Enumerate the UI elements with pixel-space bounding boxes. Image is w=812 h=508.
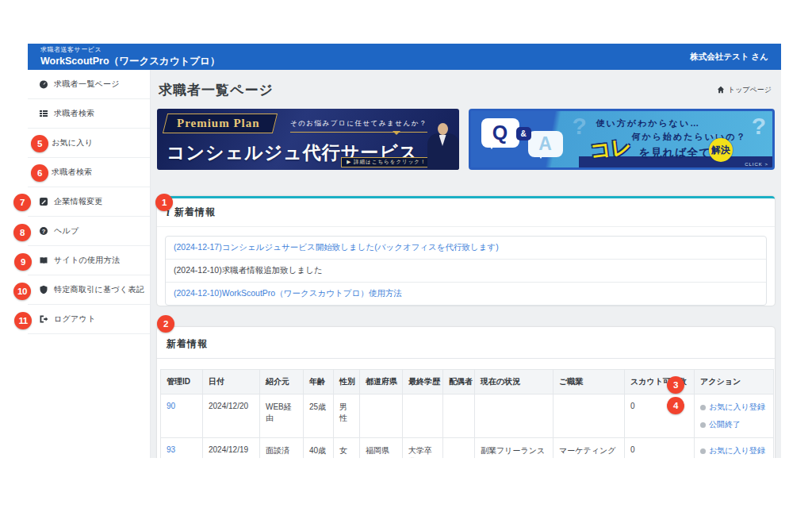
consultant-photo	[427, 121, 459, 170]
cell-age: 25歳	[304, 394, 334, 438]
annotation-badge-3: 3	[667, 376, 684, 394]
edit-icon	[39, 197, 48, 206]
bullet-icon	[700, 448, 706, 454]
cell-age: 40歳	[304, 438, 334, 459]
logout-icon	[39, 314, 48, 324]
close-publication-link[interactable]: 公開終了	[700, 419, 768, 430]
amp-bubble: &	[516, 127, 531, 140]
premium-plan-badge: Premium Plan	[163, 114, 278, 133]
col-header: 都道府県	[360, 370, 403, 394]
a-bubble: A	[528, 131, 563, 157]
annotation-badge-1: 1	[155, 194, 173, 211]
cell-date: 2024/12/19	[203, 438, 260, 459]
cell-source: WEB経由	[260, 394, 304, 438]
question-mark-decoration: ?	[573, 113, 587, 140]
qa-highlight-text: コレ	[588, 133, 634, 165]
app-title: WorkScoutPro（ワークスカウトプロ）	[40, 55, 220, 68]
col-header: 配偶者	[443, 370, 475, 394]
qa-click-label: CLICK >	[745, 162, 768, 167]
cell-source: 面談済	[260, 438, 304, 459]
cell-job: マーケティング	[553, 438, 625, 459]
svg-text:?: ?	[42, 228, 46, 235]
sidebar-item-jobseeker-list[interactable]: 求職者一覧ページ	[28, 70, 150, 99]
qa-solve-badge: 解決	[709, 138, 733, 162]
cell-prefecture: 福岡県	[360, 438, 403, 459]
main-content: 求職者一覧ページ トップページ Premium Plan そのお悩みプロに任せて…	[151, 70, 781, 458]
sidebar-item-help[interactable]: ? ヘルプ	[28, 217, 150, 246]
annotation-badge-6: 6	[31, 164, 48, 182]
sidebar-item-site-usage[interactable]: サイトの使用方法	[28, 246, 150, 275]
sidebar-item-jobseeker-search[interactable]: 求職者検索	[28, 99, 150, 129]
sidebar-item-label: 求職者一覧ページ	[54, 79, 120, 90]
col-header: 最終学歴	[403, 370, 443, 394]
jobseeker-table-card: 新着情報 管理ID 日付 紹介元 年齢 性別	[157, 327, 775, 458]
news-card-title: 新着情報	[174, 206, 216, 219]
col-header: ご職業	[553, 370, 625, 394]
dashboard-icon	[39, 79, 48, 89]
cell-education: 大学卒業	[403, 438, 443, 459]
question-icon: ?	[39, 226, 48, 236]
col-header: アクション	[695, 370, 774, 394]
cell-prefecture	[360, 394, 403, 438]
brand: 求職者送客サービス WorkScoutPro（ワークスカウトプロ）	[40, 45, 220, 68]
cell-scout-count: 0	[625, 438, 695, 459]
table-card-title: 新着情報	[167, 338, 208, 349]
home-icon	[717, 86, 725, 95]
col-header: 現在の状況	[475, 370, 553, 394]
sidebar-item-logout[interactable]: ログアウト	[28, 305, 150, 334]
col-header: 年齢	[304, 370, 334, 394]
cell-scout-count: 0	[625, 394, 695, 438]
cell-gender: 女性	[334, 438, 360, 459]
user-name: 株式会社テスト さん	[690, 52, 768, 63]
list-icon	[39, 109, 48, 118]
col-header: 管理ID	[161, 370, 203, 394]
cell-status	[475, 394, 553, 438]
sidebar: 求職者一覧ページ 求職者検索 お気に入り 求職者検索 企業情報変更 ?	[28, 70, 151, 458]
cell-spouse	[443, 394, 475, 438]
table-row: 93 2024/12/19 面談済 40歳 女性 福岡県 大学卒業 副業フリーラ…	[161, 438, 774, 459]
premium-cta: ▶ 詳細はこちらをクリック！	[341, 157, 431, 167]
sidebar-item-commerce-law[interactable]: 特定商取引に基づく表記	[28, 275, 150, 305]
qa-rest-text: を見れば全て	[639, 146, 711, 160]
top-page-link[interactable]: トップページ	[717, 85, 772, 95]
annotation-badge-10: 10	[13, 283, 31, 300]
banner-premium-plan[interactable]: Premium Plan そのお悩みプロに任せてみませんか？ コンシェルジュ代行…	[157, 109, 459, 170]
cell-gender: 男性	[334, 394, 360, 438]
book-icon	[39, 256, 48, 265]
annotation-badge-5: 5	[31, 135, 48, 152]
col-header: 紹介元	[260, 370, 304, 394]
top-page-label: トップページ	[728, 85, 772, 95]
favorite-register-link[interactable]: お気に入り登録	[700, 402, 768, 413]
shield-icon	[39, 285, 48, 294]
sidebar-item-company-info[interactable]: 企業情報変更	[28, 187, 150, 217]
banner-qa-help[interactable]: ? ? ? Q & A 使い方がわからない… 何から始めたらいいの？ コレ を見…	[469, 109, 776, 170]
qa-line1: 使い方がわからない…	[596, 117, 701, 129]
cell-status: 副業フリーランス	[475, 438, 553, 459]
q-bubble: Q	[481, 118, 519, 148]
news-item-link[interactable]: (2024-12-10)WorkScoutPro（ワークスカウトプロ）使用方法	[166, 283, 766, 305]
question-mark-decoration: ?	[752, 113, 766, 140]
favorite-register-link[interactable]: お気に入り登録	[700, 445, 768, 456]
jobseeker-id-link[interactable]: 93	[167, 445, 175, 454]
annotation-badge-4: 4	[667, 397, 684, 414]
bullet-icon	[700, 405, 706, 410]
sidebar-item-label: 企業情報変更	[54, 196, 103, 207]
annotation-badge-8: 8	[13, 224, 31, 241]
bullet-icon	[700, 422, 706, 428]
annotation-badge-9: 9	[14, 253, 32, 271]
sidebar-item-label: お気に入り	[52, 137, 93, 148]
col-header: 性別	[334, 370, 360, 394]
sidebar-item-label: サイトの使用方法	[54, 255, 120, 266]
news-card: i 新着情報 (2024-12-17)コンシェルジュサービス開始致しました(バッ…	[157, 196, 775, 306]
news-item: (2024-12-10)求職者情報追加致しました	[166, 260, 766, 283]
news-item-link[interactable]: (2024-12-17)コンシェルジュサービス開始致しました(バックオフィスを代…	[166, 237, 766, 260]
news-list: (2024-12-17)コンシェルジュサービス開始致しました(バックオフィスを代…	[165, 236, 767, 306]
col-header: 日付	[203, 370, 260, 394]
cell-education	[403, 394, 443, 438]
cell-spouse	[443, 438, 475, 459]
jobseeker-id-link[interactable]: 90	[167, 402, 175, 410]
premium-tagline: そのお悩みプロに任せてみませんか？	[290, 119, 427, 133]
service-label: 求職者送客サービス	[40, 45, 220, 54]
cell-job	[553, 394, 625, 438]
app-bar: 求職者送客サービス WorkScoutPro（ワークスカウトプロ） 株式会社テス…	[28, 44, 781, 70]
